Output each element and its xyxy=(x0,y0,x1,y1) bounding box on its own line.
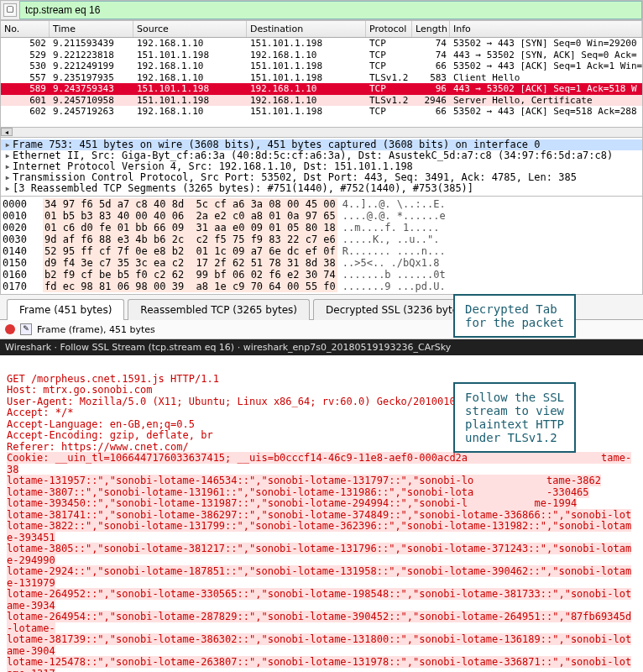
col-header-info[interactable]: Info xyxy=(450,21,642,37)
col-header-time[interactable]: Time xyxy=(50,21,133,37)
hex-row[interactable]: 001001 b5 b3 83 40 00 40 06 2a e2 c0 a8 … xyxy=(3,210,640,222)
hex-row[interactable]: 0170fd ec 98 81 06 98 00 39 a8 1e c9 70 … xyxy=(3,281,640,292)
packet-row[interactable]: 5029.211593439192.168.1.10151.101.1.198T… xyxy=(1,38,642,50)
packet-list[interactable]: No. Time Source Destination Protocol Len… xyxy=(0,20,643,128)
packet-row[interactable]: 5579.235197935192.168.1.10151.101.1.198T… xyxy=(1,72,642,84)
packet-row[interactable]: 6019.245710958151.101.1.198192.168.1.10T… xyxy=(1,95,642,107)
packet-list-scrollbar[interactable]: ◂ xyxy=(0,128,643,138)
hex-row[interactable]: 000034 97 f6 5d a7 c8 40 8d 5c cf a6 3a … xyxy=(3,198,640,210)
packet-row[interactable]: 5899.243759343151.101.1.198192.168.1.10T… xyxy=(1,83,642,95)
edit-icon[interactable]: ✎ xyxy=(20,323,32,335)
col-header-len[interactable]: Length xyxy=(412,21,450,37)
hex-row[interactable]: 0160b2 f9 cf be b5 f0 c2 62 99 bf 06 02 … xyxy=(3,269,640,281)
col-header-no[interactable]: No. xyxy=(1,21,50,37)
packet-row[interactable]: 5299.221223818151.101.1.198192.168.1.10T… xyxy=(1,50,642,61)
hex-row[interactable]: 0150d9 f4 3e c7 35 3c ea c2 17 2f 62 51 … xyxy=(3,257,640,269)
scroll-left-arrow-icon[interactable]: ◂ xyxy=(1,128,13,136)
annotation-decrypted-tab: Decrypted Tab for the packet xyxy=(453,294,576,338)
bytes-tab[interactable]: Reassembled TCP (3265 bytes) xyxy=(128,299,310,320)
follow-stream-titlebar: Wireshark · Follow SSL Stream (tcp.strea… xyxy=(0,339,643,355)
bytes-status-text: Frame (frame), 451 bytes xyxy=(37,324,155,335)
expand-icon[interactable]: ▸ xyxy=(3,183,13,194)
col-header-src[interactable]: Source xyxy=(133,21,247,37)
proto-tree-row[interactable]: ▸[3 Reassembled TCP Segments (3265 bytes… xyxy=(1,183,642,194)
annotation-follow-stream: Follow the SSL stream to view plaintext … xyxy=(453,382,576,453)
hex-row[interactable]: 014052 95 ff cf 7f 0e e8 b2 01 1c 09 a7 … xyxy=(3,245,640,257)
packet-bytes-hex[interactable]: 000034 97 f6 5d a7 c8 40 8d 5c cf a6 3a … xyxy=(0,197,643,295)
col-header-dst[interactable]: Destination xyxy=(247,21,366,37)
packet-details-tree[interactable]: ▸Frame 753: 451 bytes on wire (3608 bits… xyxy=(0,138,643,197)
filter-bar: ▢ xyxy=(0,0,643,20)
col-header-proto[interactable]: Protocol xyxy=(366,21,412,37)
packet-list-header: No. Time Source Destination Protocol Len… xyxy=(1,21,642,38)
display-filter-input[interactable] xyxy=(19,1,642,19)
hex-row[interactable]: 00309d af f6 88 e3 4b b6 2c c2 f5 75 f9 … xyxy=(3,234,640,245)
bytes-tab[interactable]: Frame (451 bytes) xyxy=(7,299,124,320)
hex-row[interactable]: 002001 c6 d0 fe 01 bb 66 09 31 aa e0 09 … xyxy=(3,222,640,234)
packet-row[interactable]: 6029.245719263192.168.1.10151.101.1.198T… xyxy=(1,106,642,118)
record-icon xyxy=(5,324,15,334)
filter-bookmark-icon[interactable]: ▢ xyxy=(3,3,17,17)
packet-row[interactable]: 5309.221249199192.168.1.10151.101.1.198T… xyxy=(1,60,642,72)
